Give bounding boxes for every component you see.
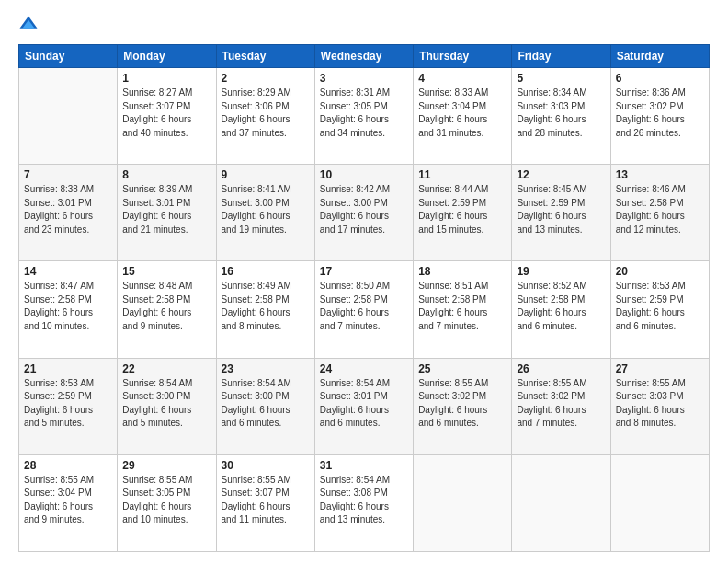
day-info: Sunrise: 8:55 AM Sunset: 3:03 PM Dayligh… (616, 377, 704, 431)
day-info: Sunrise: 8:53 AM Sunset: 2:59 PM Dayligh… (24, 377, 112, 431)
day-number: 15 (122, 265, 210, 278)
header (18, 15, 710, 35)
calendar-cell: 11Sunrise: 8:44 AM Sunset: 2:59 PM Dayli… (414, 165, 512, 261)
logo (18, 15, 42, 35)
day-info: Sunrise: 8:49 AM Sunset: 2:58 PM Dayligh… (222, 280, 310, 333)
day-number: 29 (122, 459, 210, 472)
day-number: 14 (24, 265, 112, 278)
day-number: 23 (222, 362, 310, 375)
day-number: 24 (320, 362, 408, 375)
day-info: Sunrise: 8:48 AM Sunset: 2:58 PM Dayligh… (122, 280, 210, 333)
day-number: 7 (24, 168, 112, 181)
calendar-cell: 1Sunrise: 8:27 AM Sunset: 3:07 PM Daylig… (118, 68, 216, 165)
calendar-cell (19, 68, 118, 165)
day-info: Sunrise: 8:52 AM Sunset: 2:58 PM Dayligh… (517, 280, 605, 333)
day-number: 3 (320, 72, 408, 85)
day-number: 13 (616, 168, 704, 181)
day-info: Sunrise: 8:33 AM Sunset: 3:04 PM Dayligh… (418, 86, 506, 140)
calendar-cell: 12Sunrise: 8:45 AM Sunset: 2:59 PM Dayli… (512, 165, 610, 261)
day-number: 22 (122, 362, 210, 375)
day-number: 25 (418, 362, 506, 375)
day-number: 30 (222, 459, 310, 472)
day-number: 6 (616, 72, 704, 85)
calendar-cell: 23Sunrise: 8:54 AM Sunset: 3:00 PM Dayli… (216, 358, 314, 454)
day-number: 26 (517, 362, 605, 375)
day-info: Sunrise: 8:31 AM Sunset: 3:05 PM Dayligh… (320, 86, 408, 140)
day-info: Sunrise: 8:51 AM Sunset: 2:58 PM Dayligh… (418, 280, 506, 333)
day-info: Sunrise: 8:55 AM Sunset: 3:02 PM Dayligh… (517, 377, 605, 431)
page: SundayMondayTuesdayWednesdayThursdayFrid… (0, 0, 728, 563)
calendar-cell: 28Sunrise: 8:55 AM Sunset: 3:04 PM Dayli… (19, 454, 118, 551)
day-number: 21 (24, 362, 112, 375)
calendar-cell (610, 454, 709, 551)
calendar-cell: 8Sunrise: 8:39 AM Sunset: 3:01 PM Daylig… (118, 165, 216, 261)
calendar-cell: 5Sunrise: 8:34 AM Sunset: 3:03 PM Daylig… (512, 68, 610, 165)
day-info: Sunrise: 8:55 AM Sunset: 3:05 PM Dayligh… (122, 474, 210, 527)
weekday-header: Thursday (414, 45, 512, 68)
calendar-cell: 17Sunrise: 8:50 AM Sunset: 2:58 PM Dayli… (314, 261, 413, 358)
calendar-header-row: SundayMondayTuesdayWednesdayThursdayFrid… (19, 45, 710, 68)
day-info: Sunrise: 8:55 AM Sunset: 3:07 PM Dayligh… (222, 474, 310, 527)
day-info: Sunrise: 8:50 AM Sunset: 2:58 PM Dayligh… (320, 280, 408, 333)
day-number: 19 (517, 265, 605, 278)
day-info: Sunrise: 8:39 AM Sunset: 3:01 PM Dayligh… (122, 183, 210, 236)
calendar-cell: 9Sunrise: 8:41 AM Sunset: 3:00 PM Daylig… (216, 165, 314, 261)
calendar-row: 28Sunrise: 8:55 AM Sunset: 3:04 PM Dayli… (19, 454, 710, 551)
day-number: 4 (418, 72, 506, 85)
day-info: Sunrise: 8:54 AM Sunset: 3:00 PM Dayligh… (122, 377, 210, 431)
weekday-header: Sunday (19, 45, 118, 68)
day-info: Sunrise: 8:27 AM Sunset: 3:07 PM Dayligh… (122, 86, 210, 140)
calendar-cell: 4Sunrise: 8:33 AM Sunset: 3:04 PM Daylig… (414, 68, 512, 165)
day-number: 12 (517, 168, 605, 181)
calendar-cell: 25Sunrise: 8:55 AM Sunset: 3:02 PM Dayli… (414, 358, 512, 454)
calendar-cell: 20Sunrise: 8:53 AM Sunset: 2:59 PM Dayli… (610, 261, 709, 358)
day-number: 8 (122, 168, 210, 181)
day-info: Sunrise: 8:47 AM Sunset: 2:58 PM Dayligh… (24, 280, 112, 333)
day-info: Sunrise: 8:55 AM Sunset: 3:04 PM Dayligh… (24, 474, 112, 527)
day-info: Sunrise: 8:34 AM Sunset: 3:03 PM Dayligh… (517, 86, 605, 140)
day-info: Sunrise: 8:55 AM Sunset: 3:02 PM Dayligh… (418, 377, 506, 431)
calendar-cell: 24Sunrise: 8:54 AM Sunset: 3:01 PM Dayli… (314, 358, 413, 454)
day-number: 18 (418, 265, 506, 278)
calendar-cell: 2Sunrise: 8:29 AM Sunset: 3:06 PM Daylig… (216, 68, 314, 165)
day-info: Sunrise: 8:29 AM Sunset: 3:06 PM Dayligh… (222, 86, 310, 140)
day-number: 10 (320, 168, 408, 181)
calendar-cell: 29Sunrise: 8:55 AM Sunset: 3:05 PM Dayli… (118, 454, 216, 551)
day-number: 1 (122, 72, 210, 85)
day-number: 17 (320, 265, 408, 278)
calendar-cell: 31Sunrise: 8:54 AM Sunset: 3:08 PM Dayli… (314, 454, 413, 551)
calendar-row: 14Sunrise: 8:47 AM Sunset: 2:58 PM Dayli… (19, 261, 710, 358)
day-info: Sunrise: 8:54 AM Sunset: 3:08 PM Dayligh… (320, 474, 408, 527)
day-info: Sunrise: 8:44 AM Sunset: 2:59 PM Dayligh… (418, 183, 506, 236)
calendar-table: SundayMondayTuesdayWednesdayThursdayFrid… (18, 44, 710, 552)
calendar-cell: 30Sunrise: 8:55 AM Sunset: 3:07 PM Dayli… (216, 454, 314, 551)
day-info: Sunrise: 8:41 AM Sunset: 3:00 PM Dayligh… (222, 183, 310, 236)
day-info: Sunrise: 8:54 AM Sunset: 3:00 PM Dayligh… (222, 377, 310, 431)
calendar-row: 7Sunrise: 8:38 AM Sunset: 3:01 PM Daylig… (19, 165, 710, 261)
day-number: 20 (616, 265, 704, 278)
day-number: 2 (222, 72, 310, 85)
calendar-cell: 19Sunrise: 8:52 AM Sunset: 2:58 PM Dayli… (512, 261, 610, 358)
calendar-cell: 10Sunrise: 8:42 AM Sunset: 3:00 PM Dayli… (314, 165, 413, 261)
weekday-header: Tuesday (216, 45, 314, 68)
weekday-header: Wednesday (314, 45, 413, 68)
logo-icon (18, 15, 39, 35)
day-number: 27 (616, 362, 704, 375)
day-info: Sunrise: 8:46 AM Sunset: 2:58 PM Dayligh… (616, 183, 704, 236)
day-number: 11 (418, 168, 506, 181)
day-info: Sunrise: 8:42 AM Sunset: 3:00 PM Dayligh… (320, 183, 408, 236)
day-info: Sunrise: 8:54 AM Sunset: 3:01 PM Dayligh… (320, 377, 408, 431)
day-number: 31 (320, 459, 408, 472)
calendar-row: 1Sunrise: 8:27 AM Sunset: 3:07 PM Daylig… (19, 68, 710, 165)
calendar-cell (512, 454, 610, 551)
calendar-cell: 21Sunrise: 8:53 AM Sunset: 2:59 PM Dayli… (19, 358, 118, 454)
weekday-header: Friday (512, 45, 610, 68)
calendar-cell: 16Sunrise: 8:49 AM Sunset: 2:58 PM Dayli… (216, 261, 314, 358)
day-number: 16 (222, 265, 310, 278)
calendar-cell: 3Sunrise: 8:31 AM Sunset: 3:05 PM Daylig… (314, 68, 413, 165)
calendar-cell (414, 454, 512, 551)
calendar-cell: 27Sunrise: 8:55 AM Sunset: 3:03 PM Dayli… (610, 358, 709, 454)
calendar-cell: 7Sunrise: 8:38 AM Sunset: 3:01 PM Daylig… (19, 165, 118, 261)
calendar-row: 21Sunrise: 8:53 AM Sunset: 2:59 PM Dayli… (19, 358, 710, 454)
day-number: 5 (517, 72, 605, 85)
